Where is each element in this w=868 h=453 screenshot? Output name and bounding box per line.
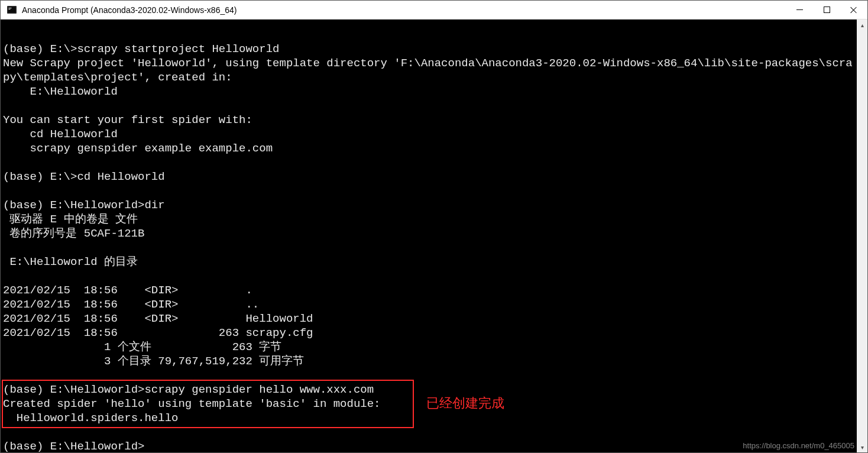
app-icon — [7, 5, 17, 15]
scroll-up-button[interactable]: ▴ — [857, 20, 867, 30]
terminal-output[interactable]: (base) E:\>scrapy startproject Helloworl… — [1, 28, 857, 452]
scroll-track[interactable] — [857, 30, 867, 442]
terminal-viewport[interactable]: (base) E:\>scrapy startproject Helloworl… — [1, 20, 857, 452]
maximize-button[interactable] — [813, 1, 840, 20]
minimize-button[interactable] — [786, 1, 813, 20]
maximize-icon — [824, 7, 830, 13]
close-button[interactable] — [840, 1, 867, 20]
client-area: (base) E:\>scrapy startproject Helloworl… — [1, 20, 867, 452]
svg-rect-3 — [9, 9, 11, 9]
window-title: Anaconda Prompt (Anaconda3-2020.02-Windo… — [22, 5, 237, 15]
title-bar[interactable]: Anaconda Prompt (Anaconda3-2020.02-Windo… — [1, 1, 867, 20]
minimize-icon — [796, 9, 803, 10]
chevron-down-icon: ▾ — [861, 444, 864, 451]
vertical-scrollbar[interactable]: ▴ ▾ — [857, 20, 867, 452]
chevron-up-icon: ▴ — [861, 22, 864, 28]
app-window: Anaconda Prompt (Anaconda3-2020.02-Windo… — [0, 0, 868, 453]
close-icon — [850, 7, 857, 14]
svg-rect-2 — [9, 8, 12, 8]
scroll-down-button[interactable]: ▾ — [857, 442, 867, 452]
